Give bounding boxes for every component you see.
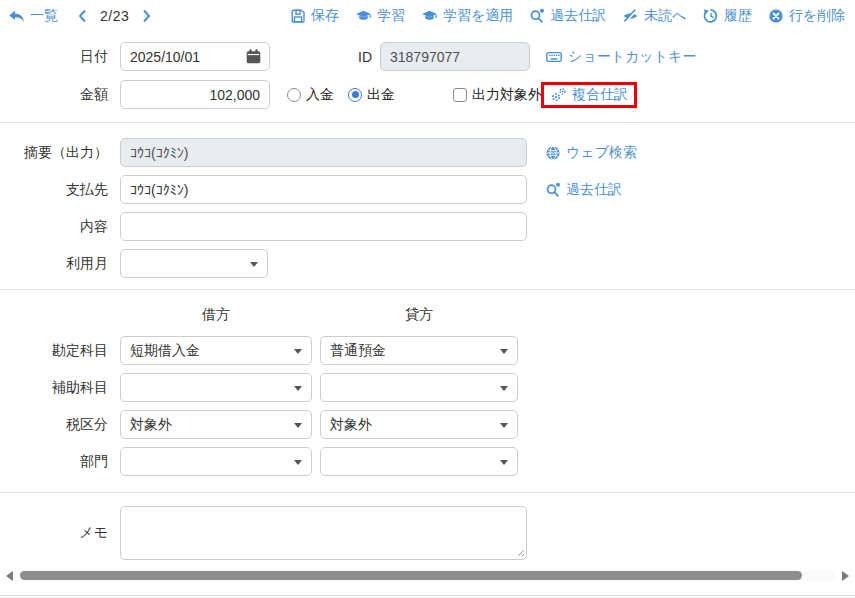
deposit-radio-label[interactable]: 入金 [306, 86, 334, 104]
horizontal-scrollbar[interactable] [6, 569, 849, 582]
delete-row-button[interactable]: 行を削除 [768, 7, 845, 25]
summary-label: 摘要（出力） [0, 144, 108, 162]
chevron-down-icon [250, 262, 258, 267]
content-label: 内容 [0, 218, 108, 236]
exclude-output-checkbox-label[interactable]: 出力対象外 [472, 86, 542, 104]
past-entries-link[interactable]: 過去仕訳 [545, 181, 622, 199]
payee-input[interactable] [120, 175, 527, 204]
toolbar: 一覧 2/23 保存 [0, 0, 855, 30]
id-label: ID [332, 49, 372, 65]
back-to-list-button[interactable]: 一覧 [8, 7, 58, 25]
next-entry-button[interactable] [139, 8, 153, 24]
debit-column-header: 借方 [120, 306, 312, 324]
compound-entry-link[interactable]: 複合仕訳 [550, 86, 628, 104]
withdrawal-radio[interactable]: 出金 [348, 86, 395, 104]
exclude-output-checkbox[interactable]: 出力対象外 [453, 86, 542, 104]
past-entries-link-label: 過去仕訳 [566, 181, 622, 199]
tax-category-row: 税区分 対象外 対象外 [0, 410, 855, 439]
shortcut-keys-label: ショートカットキー [568, 48, 696, 66]
web-search-link[interactable]: ウェブ検索 [545, 144, 637, 162]
graduation-cap-icon [355, 8, 372, 24]
globe-icon [545, 145, 561, 161]
tax-category-debit-value: 対象外 [130, 416, 172, 434]
compound-entry-highlight-box: 複合仕訳 [541, 82, 637, 108]
tax-category-label: 税区分 [0, 416, 108, 434]
withdrawal-radio-label[interactable]: 出金 [367, 86, 395, 104]
usage-month-row: 利用月 [0, 249, 855, 278]
account-debit-value: 短期借入金 [130, 342, 200, 360]
back-to-list-label: 一覧 [30, 7, 58, 25]
credit-column-header: 貸方 [320, 306, 518, 324]
search-dot-icon [545, 182, 561, 198]
chevron-down-icon [500, 460, 508, 465]
date-label: 日付 [0, 48, 108, 66]
debit-credit-header-row: 借方 貸方 [0, 306, 855, 324]
section-divider [0, 492, 855, 493]
department-credit-select[interactable] [320, 447, 518, 476]
journal-entry-page: 一覧 2/23 保存 [0, 0, 855, 596]
withdrawal-radio-control[interactable] [348, 88, 362, 102]
chevron-down-icon [294, 386, 302, 391]
chevron-down-icon [500, 386, 508, 391]
history-label: 履歴 [724, 7, 752, 25]
chevron-down-icon [294, 460, 302, 465]
subaccount-label: 補助科目 [0, 379, 108, 397]
memo-row: メモ [0, 506, 855, 560]
subaccount-debit-select[interactable] [120, 373, 312, 402]
scroll-left-arrow[interactable] [6, 571, 13, 581]
deposit-radio[interactable]: 入金 [287, 86, 334, 104]
amount-input[interactable] [120, 80, 270, 109]
chevron-down-icon [294, 423, 302, 428]
account-label: 勘定科目 [0, 342, 108, 360]
memo-label: メモ [0, 524, 108, 542]
chevron-down-icon [294, 349, 302, 354]
memo-field-wrap [120, 506, 527, 560]
tax-category-debit-select[interactable]: 対象外 [120, 410, 312, 439]
date-id-row: 日付 ID [0, 42, 855, 71]
toolbar-right: 保存 学習 [290, 7, 845, 25]
content-row: 内容 [0, 212, 855, 241]
search-dot-icon [529, 8, 545, 24]
content-input[interactable] [120, 212, 527, 241]
circle-x-icon [768, 8, 784, 24]
department-debit-select[interactable] [120, 447, 312, 476]
save-button[interactable]: 保存 [290, 7, 339, 25]
deposit-radio-control[interactable] [287, 88, 301, 102]
apply-learning-button[interactable]: 学習を適用 [421, 7, 513, 25]
delete-row-label: 行を削除 [789, 7, 845, 25]
summary-row: 摘要（出力） ウェブ検索 [0, 138, 855, 167]
section-divider [0, 289, 855, 290]
gears-icon [550, 87, 567, 103]
department-row: 部門 [0, 447, 855, 476]
entry-form: 日付 ID [0, 30, 855, 596]
chevron-down-icon [500, 349, 508, 354]
past-entries-label: 過去仕訳 [550, 7, 606, 25]
payee-label: 支払先 [0, 181, 108, 199]
account-credit-value: 普通預金 [330, 342, 386, 360]
scroll-right-arrow[interactable] [842, 571, 849, 581]
account-debit-select[interactable]: 短期借入金 [120, 336, 312, 365]
to-unread-button[interactable]: 未読へ [622, 7, 686, 25]
shortcut-keys-link[interactable]: ショートカットキー [545, 48, 696, 66]
usage-month-select[interactable] [120, 249, 268, 278]
learn-button[interactable]: 学習 [355, 7, 405, 25]
graduation-cap-icon [421, 8, 438, 24]
account-credit-select[interactable]: 普通預金 [320, 336, 518, 365]
learn-label: 学習 [377, 7, 405, 25]
history-button[interactable]: 履歴 [703, 7, 752, 25]
compound-entry-label: 複合仕訳 [572, 86, 628, 104]
exclude-output-checkbox-control[interactable] [453, 88, 467, 102]
scrollbar-thumb[interactable] [20, 571, 802, 580]
scrollbar-track[interactable] [20, 570, 835, 581]
memo-textarea[interactable] [120, 506, 527, 560]
save-label: 保存 [311, 7, 339, 25]
usage-month-label: 利用月 [0, 255, 108, 273]
keyboard-icon [545, 49, 563, 65]
summary-input [120, 138, 527, 167]
calendar-icon[interactable] [245, 48, 262, 65]
reply-icon [8, 8, 25, 25]
prev-entry-button[interactable] [76, 8, 90, 24]
past-entries-button[interactable]: 過去仕訳 [529, 7, 606, 25]
subaccount-credit-select[interactable] [320, 373, 518, 402]
tax-category-credit-select[interactable]: 対象外 [320, 410, 518, 439]
